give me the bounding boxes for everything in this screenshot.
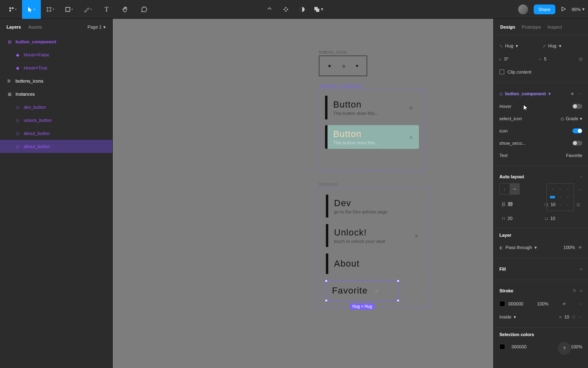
checkbox-unchecked[interactable]: [499, 70, 504, 74]
shape-tool[interactable]: ▾: [60, 0, 78, 19]
icon-toggle[interactable]: [572, 128, 582, 133]
visibility-icon[interactable]: 👁: [578, 245, 582, 250]
design-tab[interactable]: Design: [500, 25, 515, 29]
boolean-icon[interactable]: ▾: [314, 4, 323, 14]
add-fill-icon[interactable]: +: [580, 267, 582, 272]
component-set-frame[interactable]: Button This button does this... ◉ Button…: [319, 90, 425, 171]
avatar[interactable]: [518, 4, 528, 14]
assets-tab[interactable]: Assets: [28, 25, 42, 29]
remove-autolayout-icon[interactable]: −: [580, 175, 582, 179]
fingerprint-icon: ◉: [414, 233, 419, 238]
inst-title: Unlock!: [334, 227, 385, 238]
selection-color-hex[interactable]: 000000: [512, 344, 527, 349]
component-instance-name[interactable]: ◇button_component▾: [499, 91, 551, 96]
instance-favorite-selected[interactable]: Favorite★ Hug × Hug: [326, 280, 399, 301]
main-menu-button[interactable]: ▾: [3, 0, 22, 19]
share-button[interactable]: Share: [534, 4, 555, 14]
layer-instances[interactable]: ⊞Instances: [0, 88, 112, 101]
layer-about-button[interactable]: ◇about_button: [0, 127, 112, 140]
selection-handle[interactable]: [325, 299, 327, 302]
selection-handle[interactable]: [325, 280, 327, 282]
horizontal-direction[interactable]: →: [510, 184, 519, 194]
text-tool[interactable]: T: [97, 0, 116, 19]
height-resize[interactable]: ⤢Hug▾: [543, 43, 583, 49]
stroke-style-icon[interactable]: ⠿: [573, 289, 576, 293]
icons-frame[interactable]: ★ ◉ ♥: [319, 56, 367, 76]
layer-opacity[interactable]: 100%: [564, 245, 575, 250]
visibility-icon[interactable]: 👁: [562, 302, 566, 306]
stroke-width[interactable]: ≡10: [559, 314, 569, 319]
instances-frame-label[interactable]: Instances: [319, 182, 338, 186]
layer-hover-true[interactable]: ◆Hover=True: [0, 61, 112, 74]
selection-handle[interactable]: [397, 299, 399, 302]
component-frame-label[interactable]: ❖button_component: [319, 83, 362, 89]
selection-color-opacity[interactable]: 100%: [571, 344, 582, 349]
instance-about[interactable]: About: [326, 254, 424, 274]
stroke-position[interactable]: Inside▾: [499, 314, 556, 320]
instance-unlock[interactable]: Unlock!touch to unlock your vault ◉: [326, 224, 424, 247]
prototype-tab[interactable]: Prototype: [522, 25, 541, 29]
pad-left-input[interactable]: |□32: [499, 199, 540, 210]
fingerprint-icon: ◉: [342, 63, 346, 69]
mask-icon[interactable]: [297, 4, 307, 14]
pad-right-input[interactable]: □|10⊡: [542, 199, 583, 210]
more-icon[interactable]: ⋯: [578, 92, 582, 96]
inspect-tab[interactable]: Inspect: [548, 25, 562, 29]
canvas[interactable]: buttons_icons ★ ◉ ♥ ❖button_component Bu…: [113, 19, 493, 368]
hover-toggle[interactable]: [572, 104, 582, 109]
rotation-input[interactable]: ⟀0°: [499, 56, 536, 61]
inst-title: About: [334, 258, 360, 269]
blend-mode[interactable]: ◐Pass through▾: [499, 245, 560, 250]
stroke-opacity[interactable]: 100%: [537, 301, 548, 306]
button-hover-variant[interactable]: Button This button does this... ◉: [325, 125, 419, 149]
layer-dev-button[interactable]: ◇dev_button: [0, 101, 112, 114]
select-icon-value[interactable]: ◇Grade▾: [561, 116, 582, 121]
autolayout-settings-icon[interactable]: ⋯: [578, 188, 582, 192]
add-stroke-icon[interactable]: +: [580, 289, 582, 293]
clip-content-label[interactable]: Clip content: [508, 70, 531, 74]
layer-about-button-selected[interactable]: ◇about_button: [0, 140, 112, 153]
show-second-toggle[interactable]: [572, 141, 582, 146]
pad-bottom-input[interactable]: ⊔10: [542, 213, 583, 224]
stroke-settings-icon[interactable]: ⋯: [578, 315, 582, 319]
selection-color-swatch[interactable]: [499, 344, 505, 350]
layers-panel: Layers Assets Page 1▾ ⊞button_component …: [0, 19, 113, 368]
svg-rect-3: [316, 9, 319, 12]
component-icon[interactable]: [281, 4, 291, 14]
direction-buttons: ↓ →: [499, 183, 520, 195]
corner-radius-input[interactable]: ⌐5: [539, 56, 576, 61]
stroke-color-swatch[interactable]: [499, 301, 505, 307]
individual-padding-icon[interactable]: ⊡: [577, 202, 580, 207]
layer-button-component[interactable]: ⊞button_component: [0, 35, 112, 48]
frame-tool[interactable]: ▾: [41, 0, 60, 19]
vertical-direction[interactable]: ↓: [500, 184, 510, 194]
fill-title: Fill: [499, 267, 506, 272]
pen-tool[interactable]: ▾: [78, 0, 97, 19]
individual-corners-icon[interactable]: ⊡: [579, 57, 582, 61]
layer-unlock-button[interactable]: ◇unlock_button: [0, 114, 112, 127]
instances-frame[interactable]: Devgo to the Dev articles page Unlock!to…: [319, 188, 431, 308]
icons-frame-label[interactable]: buttons_icons: [319, 49, 347, 54]
comment-tool[interactable]: [135, 0, 154, 19]
page-selector[interactable]: Page 1▾: [87, 25, 106, 30]
stroke-hex[interactable]: 000000: [508, 301, 523, 306]
instance-dev[interactable]: Devgo to the Dev articles page: [326, 195, 424, 218]
layer-buttons-icons[interactable]: ⊪buttons_icons: [0, 74, 112, 88]
move-tool[interactable]: ▾: [22, 0, 41, 19]
zoom-level[interactable]: 88%▾: [572, 7, 585, 12]
hand-tool[interactable]: [116, 0, 135, 19]
layer-hover-false[interactable]: ◆Hover=False: [0, 48, 112, 61]
stroke-per-side-icon[interactable]: □: [572, 315, 575, 319]
reset-icon[interactable]: [265, 4, 274, 14]
selection-handle[interactable]: [397, 280, 399, 282]
heart-icon: ♥: [356, 63, 359, 68]
swap-instance-icon[interactable]: ❖: [570, 92, 574, 96]
text-value-input[interactable]: Favorite: [566, 153, 582, 158]
pad-top-input[interactable]: ⊓20: [499, 213, 540, 224]
button-default-variant[interactable]: Button This button does this... ◉: [325, 96, 419, 119]
width-resize[interactable]: ⤡Hug▾: [499, 43, 539, 49]
present-button[interactable]: [561, 6, 566, 13]
layers-tab[interactable]: Layers: [7, 25, 21, 29]
remove-stroke-icon[interactable]: −: [580, 302, 582, 306]
help-button[interactable]: ?: [558, 342, 571, 355]
